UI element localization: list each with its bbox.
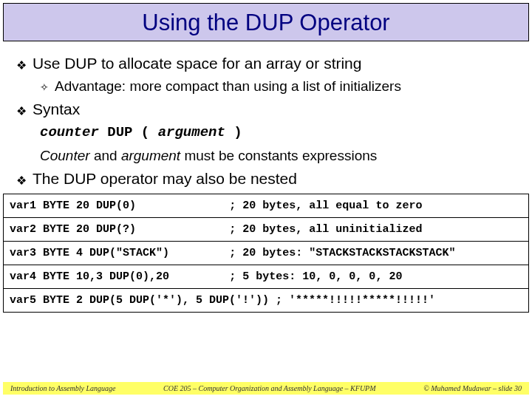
note-and: and xyxy=(90,148,121,163)
table-row: var2 BYTE 20 DUP(?) ; 20 bytes, all unin… xyxy=(4,218,529,242)
bullet-text: Syntax xyxy=(33,100,80,118)
bullet-text: Advantage: more compact than using a lis… xyxy=(55,78,401,95)
table-row: var3 BYTE 4 DUP("STACK") ; 20 bytes: "ST… xyxy=(4,242,529,265)
comment-cell: ; 20 bytes, all uninitialized xyxy=(223,218,528,242)
code-cell: var2 BYTE 20 DUP(?) xyxy=(4,218,224,242)
table-row: var4 BYTE 10,3 DUP(0),20 ; 5 bytes: 10, … xyxy=(4,265,529,289)
bullet-text: Use DUP to allocate space for an array o… xyxy=(33,55,361,72)
code-cell: var5 BYTE 2 DUP(5 DUP('*'), 5 DUP('!')) … xyxy=(4,289,529,313)
code-cell: var3 BYTE 4 DUP("STACK") xyxy=(4,242,224,265)
slide-content: ❖ Use DUP to allocate space for an array… xyxy=(0,41,532,188)
code-cell: var4 BYTE 10,3 DUP(0),20 xyxy=(4,265,224,289)
comment-cell: ; 20 bytes, all equal to zero xyxy=(223,194,528,218)
diamond-icon: ❖ xyxy=(16,104,27,118)
table-row: var1 BYTE 20 DUP(0) ; 20 bytes, all equa… xyxy=(4,194,529,218)
syntax-argument: argument xyxy=(158,124,225,140)
diamond-icon: ❖ xyxy=(16,58,27,72)
footer-right: © Muhamed Mudawar – slide 30 xyxy=(423,384,522,392)
syntax-dup: DUP ( xyxy=(99,124,158,140)
slide-title: Using the DUP Operator xyxy=(4,10,528,36)
code-examples-table: var1 BYTE 20 DUP(0) ; 20 bytes, all equa… xyxy=(3,194,529,313)
note-counter: Counter xyxy=(40,148,90,163)
slide-footer: Introduction to Assembly Language COE 20… xyxy=(3,382,529,395)
bullet-use-dup: ❖ Use DUP to allocate space for an array… xyxy=(16,55,516,72)
note-rest: must be constants expressions xyxy=(180,148,377,163)
bullet-advantage: ✧ Advantage: more compact than using a l… xyxy=(40,78,516,95)
diamond-icon: ❖ xyxy=(16,174,27,188)
bullet-nested: ❖ The DUP operator may also be nested xyxy=(16,170,516,188)
table-row: var5 BYTE 2 DUP(5 DUP('*'), 5 DUP('!')) … xyxy=(4,289,529,313)
syntax-counter: counter xyxy=(40,124,99,140)
title-bar: Using the DUP Operator xyxy=(3,3,529,41)
bullet-text: The DUP operator may also be nested xyxy=(33,170,297,188)
comment-cell: ; 20 bytes: "STACKSTACKSTACKSTACK" xyxy=(223,242,528,265)
code-cell: var1 BYTE 20 DUP(0) xyxy=(4,194,224,218)
footer-left: Introduction to Assembly Language xyxy=(10,384,116,392)
comment-cell: ; 5 bytes: 10, 0, 0, 0, 20 xyxy=(223,265,528,289)
diamond-icon: ✧ xyxy=(40,81,49,93)
syntax-expression: counter DUP ( argument ) xyxy=(40,124,516,140)
syntax-note: Counter and argument must be constants e… xyxy=(40,148,516,164)
bullet-syntax: ❖ Syntax xyxy=(16,100,516,118)
note-argument: argument xyxy=(121,148,180,163)
footer-center: COE 205 – Computer Organization and Asse… xyxy=(163,384,376,392)
syntax-close: ) xyxy=(225,124,242,140)
